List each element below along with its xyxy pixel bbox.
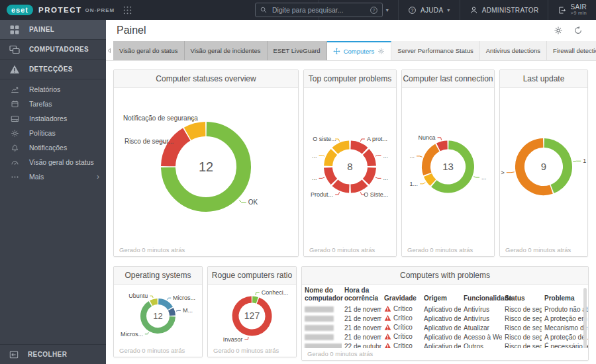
computer-last-connection-segment-3[interactable]: [438, 145, 448, 147]
operating-systems-segment-label[interactable]: M...: [183, 307, 193, 314]
tab-eset-liveguard[interactable]: ESET LiveGuard: [268, 41, 327, 60]
computer-statuses-overview-segment-label[interactable]: Notificação de segurança: [123, 114, 198, 122]
top-computer-problems-segment-5[interactable]: [328, 167, 334, 181]
column-header[interactable]: Problema: [542, 285, 588, 304]
sidebar-item-status-overview[interactable]: Visão geral do status: [0, 155, 106, 169]
tab-settings-icon[interactable]: [377, 48, 385, 55]
top-computer-problems-segment-0[interactable]: [351, 145, 365, 151]
table-row[interactable]: 21 de novembr...CríticoAplicativo de s..…: [302, 323, 588, 332]
tab-firewall-detections[interactable]: Firewall detections: [547, 41, 596, 60]
apps-grid-icon[interactable]: [123, 5, 132, 15]
tab-vis-o-geral-do-status[interactable]: Visão geral do status: [113, 41, 185, 60]
reports-icon: [11, 85, 19, 94]
card-title[interactable]: Operating systems: [114, 267, 202, 285]
sidebar-item-label: Instaladores: [29, 114, 67, 122]
top-computer-problems-chart: A prot.........O Siste...Produt.........…: [304, 88, 396, 246]
top-computer-problems-segment-3[interactable]: [351, 183, 365, 189]
cell-computer-name: [302, 323, 342, 332]
top-computer-problems-segment-label[interactable]: O Siste...: [364, 191, 388, 198]
sidebar-item-policies[interactable]: Políticas: [0, 126, 106, 140]
card-title[interactable]: Computers with problems: [302, 267, 588, 285]
settings-icon[interactable]: [554, 26, 563, 35]
move-tab-icon[interactable]: [333, 48, 340, 55]
topbar-item-help[interactable]: ?AJUDA▾: [398, 0, 460, 20]
refresh-icon[interactable]: [573, 26, 583, 35]
card-title[interactable]: Top computer problems: [304, 70, 396, 88]
label-leader-line: [176, 310, 181, 311]
operating-systems-segment-1[interactable]: [171, 309, 173, 316]
computer-statuses-overview-segment-label[interactable]: OK: [248, 199, 258, 206]
column-header[interactable]: Hora da ocorrência: [342, 285, 381, 304]
top-computer-problems-segment-4[interactable]: [335, 183, 349, 189]
tab-scroll-left[interactable]: [106, 41, 113, 60]
dashboard-card-rogue-computers-ratio: Rogue computers ratioConheci...Invasor12…: [207, 266, 297, 357]
top-computer-problems-segment-label[interactable]: O siste...: [313, 136, 336, 142]
status-overview-icon: [11, 158, 19, 167]
top-computer-problems-segment-label[interactable]: ...: [312, 175, 317, 181]
operating-systems-segment-label[interactable]: Micros...: [121, 331, 143, 338]
rogue-computers-ratio-segment-label[interactable]: Invasor: [223, 336, 243, 343]
computer-last-connection-segment-label[interactable]: 1...: [410, 181, 419, 187]
search-help-icon[interactable]: ?: [370, 6, 378, 15]
column-header[interactable]: Funcionalidade: [461, 285, 502, 304]
column-header[interactable]: Origem: [421, 285, 461, 304]
last-update-segment-0[interactable]: [544, 143, 568, 189]
top-computer-problems-segment-label[interactable]: A prot...: [367, 136, 387, 142]
table-row[interactable]: 21 de novembr...CríticoAplicativo de s..…: [302, 314, 588, 323]
last-update-segment-1[interactable]: [520, 143, 552, 191]
sidebar-item-installers[interactable]: Instaladores: [0, 111, 106, 126]
card-title[interactable]: Computer last connection: [402, 70, 494, 88]
cell-time: 21 de novembr...: [342, 314, 381, 323]
computer-last-connection-segment-label[interactable]: Nunca: [419, 134, 436, 141]
sidebar-item-notifications[interactable]: Notificações: [0, 140, 106, 155]
column-header[interactable]: Nome do computador: [302, 285, 342, 304]
table-row[interactable]: 21 de novembr...CríticoAplicativo de s..…: [302, 332, 588, 341]
computer-last-connection-segment-label[interactable]: ...: [409, 153, 415, 159]
tab-computers[interactable]: Computers: [327, 41, 391, 60]
card-title[interactable]: Rogue computers ratio: [208, 267, 296, 285]
search-input[interactable]: [271, 5, 370, 15]
operating-systems-segment-0[interactable]: [158, 302, 170, 308]
tab-server-performance-status[interactable]: Server Performance Status: [391, 41, 480, 60]
last-update-segment-label[interactable]: >: [501, 169, 505, 176]
rogue-computers-ratio-segment-0[interactable]: [252, 300, 257, 300]
operating-systems-segment-3[interactable]: [151, 302, 158, 304]
top-computer-problems-segment-label[interactable]: Produt...: [311, 191, 333, 198]
tab-label: Visão geral de incidentes: [191, 47, 261, 54]
card-title[interactable]: Computer statuses overview: [114, 70, 298, 88]
topbar-item-user[interactable]: ADMINISTRATOR: [460, 0, 548, 20]
sidebar-item-detections[interactable]: DETECÇÕES: [0, 60, 106, 79]
sidebar-item-dashboard[interactable]: PAINEL: [0, 20, 106, 40]
sidebar-item-reports[interactable]: Relatórios: [0, 82, 106, 97]
column-header[interactable]: Status: [502, 285, 542, 304]
top-computer-problems-segment-7[interactable]: [335, 145, 349, 151]
computer-last-connection-segment-label[interactable]: ...: [481, 174, 487, 181]
column-header[interactable]: Gravidade: [381, 285, 421, 304]
tab-vis-o-geral-de-incidentes[interactable]: Visão geral de incidentes: [185, 41, 268, 60]
topbar-item-logout[interactable]: SAIR>9 min: [548, 0, 596, 20]
top-computer-problems-segment-label[interactable]: ...: [312, 152, 317, 159]
top-computer-problems-segment-2[interactable]: [366, 167, 372, 181]
top-computer-problems-segment-6[interactable]: [328, 152, 334, 165]
computer-last-connection-segment-1[interactable]: [428, 175, 433, 183]
tab-antivirus-detections[interactable]: Antivirus detections: [480, 41, 547, 60]
top-computer-problems-segment-1[interactable]: [366, 152, 372, 165]
computer-statuses-overview-segment-2[interactable]: [187, 129, 205, 134]
sidebar-item-tasks[interactable]: Tarefas: [0, 97, 106, 111]
top-computer-problems-segment-label[interactable]: ...: [383, 175, 389, 181]
sidebar-item-computers[interactable]: COMPUTADORES: [0, 40, 106, 60]
operating-systems-segment-label[interactable]: Ubuntu: [128, 293, 148, 299]
search-box[interactable]: ?: [255, 3, 383, 17]
cell-severity: Crítico: [381, 304, 421, 314]
sidebar-collapse-button[interactable]: RECOLHER: [0, 344, 106, 364]
sidebar-item-more[interactable]: Mais›: [0, 169, 106, 184]
computer-last-connection-segment-2[interactable]: [426, 148, 438, 174]
operating-systems-segment-label[interactable]: Micros...: [173, 295, 195, 301]
last-update-segment-label[interactable]: 1: [583, 158, 586, 164]
computer-statuses-overview-segment-label[interactable]: Risco de segur...: [124, 138, 174, 145]
rogue-computers-ratio-segment-label[interactable]: Conheci...: [262, 289, 289, 296]
top-computer-problems-segment-label[interactable]: ...: [383, 152, 389, 159]
card-title[interactable]: Last update: [500, 70, 587, 88]
table-row[interactable]: 21 de novembr...CríticoAplicativo de s..…: [302, 304, 588, 314]
table-scrollbar[interactable]: [583, 288, 587, 349]
